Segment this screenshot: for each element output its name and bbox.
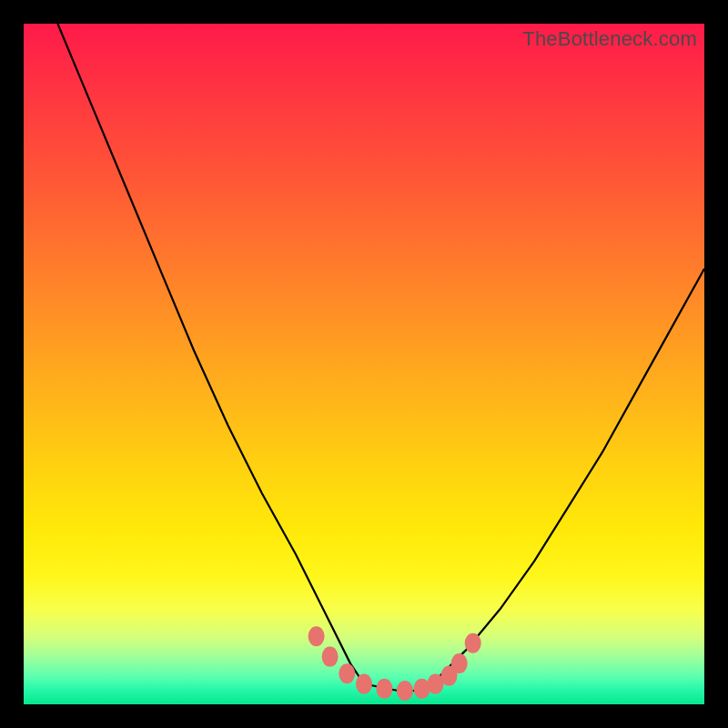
trough-marker [428,674,444,694]
trough-marker [308,626,325,646]
trough-marker [414,679,430,699]
trough-marker-group [308,626,481,701]
bottleneck-curve [24,24,704,704]
plot-area: TheBottleneck.com [24,24,704,704]
trough-marker [376,679,392,699]
trough-marker [339,663,355,683]
trough-marker [451,653,468,673]
trough-marker [465,633,481,653]
curve-path [57,24,704,691]
outer-frame: TheBottleneck.com [0,0,728,728]
trough-marker [356,674,372,694]
trough-marker [322,647,339,667]
trough-marker [441,666,458,686]
trough-marker [397,681,413,701]
watermark-text: TheBottleneck.com [522,27,697,51]
